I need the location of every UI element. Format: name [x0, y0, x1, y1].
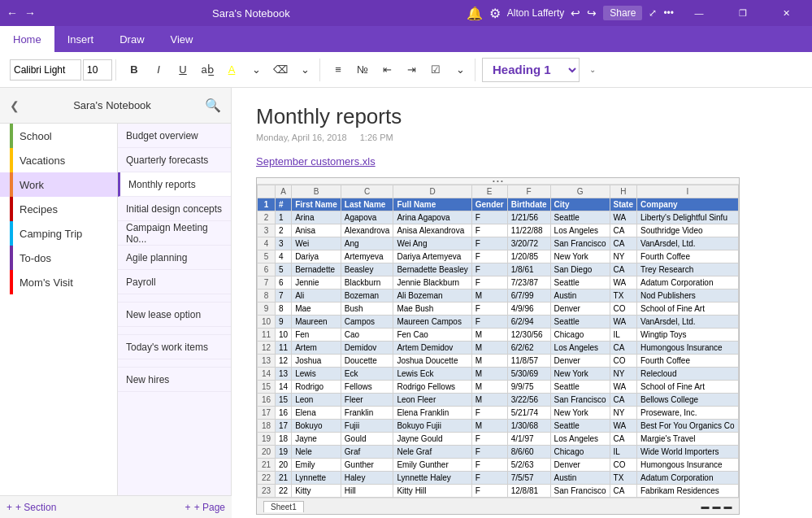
page-item-quarterly[interactable]: Quarterly forecasts — [118, 148, 231, 172]
drag-handle[interactable]: • • • — [493, 177, 503, 185]
highlight-button[interactable]: ab̲ — [196, 59, 219, 81]
page-item-campaign[interactable]: Campaign Meeting No... — [118, 221, 231, 246]
font-name-input[interactable] — [10, 59, 81, 81]
clear-format-button[interactable]: ⌫ — [269, 59, 292, 81]
table-cell: 1/21/56 — [507, 211, 550, 224]
table-cell: 3/20/72 — [507, 237, 550, 250]
table-row[interactable]: 65BernadetteBeasleyBernadette BeasleyF1/… — [258, 263, 739, 276]
table-cell: Seattle — [550, 381, 610, 394]
col-header-b: B — [292, 185, 341, 198]
page-item-agile[interactable]: Agile planning — [118, 246, 231, 270]
increase-indent-button[interactable]: ⇥ — [400, 59, 423, 81]
close-button[interactable]: ✕ — [768, 0, 805, 26]
table-row[interactable]: 32AnisaAlexandrovaAnisa AlexandrovaF11/2… — [258, 224, 739, 237]
sidebar-item-todos[interactable]: To-dos — [0, 246, 117, 270]
page-item-new-hires[interactable]: New hires — [118, 368, 231, 392]
search-icon[interactable]: 🔍 — [205, 98, 221, 113]
ss-controls[interactable]: ▬▬▬ — [701, 502, 732, 511]
underline-button[interactable]: U — [172, 59, 194, 81]
sheet-tab[interactable]: Sheet1 — [263, 501, 304, 512]
tab-home[interactable]: Home — [0, 26, 54, 52]
table-row[interactable]: 1413LewisEckLewis EckM5/30/69New YorkNYR… — [258, 368, 739, 381]
minimize-button[interactable]: — — [680, 0, 718, 26]
sidebar-item-school[interactable]: School — [0, 124, 117, 148]
table-row[interactable]: 1514RodrigoFellowsRodrigo FellowsM9/9/75… — [258, 381, 739, 394]
more-format-button[interactable]: ⌄ — [293, 59, 316, 81]
heading-expand-button[interactable]: ⌄ — [581, 59, 604, 81]
sidebar-item-work[interactable]: Work — [0, 172, 117, 197]
undo-icon[interactable]: ↩ — [571, 7, 580, 20]
sidebar-item-recipes[interactable]: Recipes — [0, 197, 117, 221]
table-cell: Artem — [292, 342, 341, 355]
settings-icon[interactable]: ⚙ — [489, 6, 501, 21]
header-cell-3: Full Name — [393, 198, 471, 211]
back-button[interactable]: ← — [7, 7, 18, 20]
list-more-button[interactable]: ⌄ — [449, 59, 471, 81]
tab-view[interactable]: View — [158, 26, 206, 52]
table-row[interactable]: 2019NeleGrafNele GrafF8/6/60ChicagoILWid… — [258, 446, 739, 459]
page-item-work-items[interactable]: Today's work items — [118, 335, 231, 359]
file-link[interactable]: September customers.xls — [256, 155, 788, 168]
add-section-button[interactable]: + + Section — [7, 502, 56, 513]
table-row[interactable]: 1918JayneGouldJayne GouldF4/1/97Los Ange… — [258, 433, 739, 446]
tab-insert[interactable]: Insert — [54, 26, 107, 52]
page-item-payroll[interactable]: Payroll — [118, 270, 231, 294]
table-cell: 11 — [276, 342, 292, 355]
more-options-icon[interactable]: ••• — [663, 7, 674, 19]
sidebar-item-moms[interactable]: Mom's Visit — [0, 270, 117, 294]
table-row[interactable]: 2322KittyHillKitty HillF12/8/81San Franc… — [258, 485, 739, 498]
table-row[interactable]: 2221LynnetteHaleyLynnette HaleyF7/5/57Au… — [258, 472, 739, 485]
titlebar-right: 🔔 ⚙ Alton Lafferty ↩ ↪ Share ⤢ ••• — ❐ ✕ — [467, 0, 805, 26]
table-cell: Austin — [550, 289, 610, 303]
share-button[interactable]: Share — [603, 6, 642, 20]
table-row[interactable]: 21ArinaAgapovaArina AgapovaF1/21/56Seatt… — [258, 211, 739, 224]
page-item-budget[interactable]: Budget overview — [118, 124, 231, 148]
table-row[interactable]: 1110FenCaoFen CaoM12/30/56ChicagoILWingt… — [258, 329, 739, 342]
format-more-button[interactable]: ⌄ — [245, 59, 267, 81]
sidebar-item-camping[interactable]: Camping Trip — [0, 221, 117, 246]
page-item-blank3[interactable] — [118, 359, 231, 368]
sidebar-item-vacations[interactable]: Vacations — [0, 148, 117, 172]
sidebar-collapse-button[interactable]: ❮ — [10, 99, 20, 112]
table-cell: 4/9/96 — [507, 303, 550, 316]
table-cell: Ali Bozeman — [393, 289, 471, 303]
decrease-indent-button[interactable]: ⇤ — [376, 59, 398, 81]
sidebar-item-label: School — [20, 130, 52, 142]
table-row[interactable]: 2120EmilyGuntherEmily GuntherF5/2/63Denv… — [258, 459, 739, 472]
page-item-monthly[interactable]: Monthly reports — [118, 172, 231, 197]
add-page-button[interactable]: + + Page — [185, 502, 225, 513]
font-size-input[interactable] — [83, 59, 112, 81]
redo-icon[interactable]: ↪ — [587, 7, 597, 20]
table-row[interactable]: 1615LeonFleerLeon FleerM3/22/56San Franc… — [258, 394, 739, 407]
heading-select[interactable]: Heading 1 — [482, 58, 580, 82]
checkbox-button[interactable]: ☑ — [424, 59, 447, 81]
table-row[interactable]: 1312JoshuaDoucetteJoshua DoucetteM11/8/5… — [258, 355, 739, 368]
font-color-button[interactable]: A — [220, 59, 243, 81]
table-row[interactable]: 43WeiAngWei AngF3/20/72San FranciscoCAVa… — [258, 237, 739, 250]
table-row[interactable]: 87AliBozemanAli BozemanM6/7/99AustinTXNo… — [258, 289, 739, 303]
table-row[interactable]: 109MaureenCamposMaureen CamposF6/2/94Sea… — [258, 316, 739, 329]
sidebar-header: ❮ Sara's Notebook 🔍 — [0, 88, 231, 124]
spreadsheet-table[interactable]: A B C D E F G H I 1#First NameLast NameF… — [257, 185, 739, 498]
italic-button[interactable]: I — [147, 59, 170, 81]
forward-button[interactable]: → — [24, 7, 36, 20]
page-item-lease[interactable]: New lease option — [118, 303, 231, 327]
bell-icon[interactable]: 🔔 — [467, 6, 483, 21]
table-row[interactable]: 76JennieBlackburnJennie BlackburnF7/23/8… — [258, 276, 739, 289]
table-row[interactable]: 98MaeBushMae BushF4/9/96DenverCOSchool o… — [258, 303, 739, 316]
page-item-design[interactable]: Initial design concepts — [118, 197, 231, 221]
restore-button[interactable]: ❐ — [724, 0, 762, 26]
table-cell: Bozeman — [341, 289, 393, 303]
page-item-blank1[interactable] — [118, 294, 231, 303]
page-item-blank2[interactable] — [118, 327, 231, 335]
table-row[interactable]: 1211ArtemDemidovArtem DemidovM6/2/62Los … — [258, 342, 739, 355]
bold-button[interactable]: B — [123, 59, 145, 81]
numbered-list-button[interactable]: № — [351, 59, 374, 81]
expand-icon[interactable]: ⤢ — [649, 7, 657, 19]
table-row[interactable]: 1817BokuyoFujiiBokuyo FujiiM1/30/68Seatt… — [258, 420, 739, 433]
bullet-list-button[interactable]: ≡ — [327, 59, 350, 81]
tab-draw[interactable]: Draw — [106, 26, 157, 52]
spreadsheet-footer: Sheet1 ▬▬▬ — [257, 498, 739, 514]
table-row[interactable]: 1716ElenaFranklinElena FranklinF5/21/74N… — [258, 407, 739, 420]
table-row[interactable]: 54DariyaArtemyevaDariya ArtemyevaF1/20/8… — [258, 250, 739, 263]
